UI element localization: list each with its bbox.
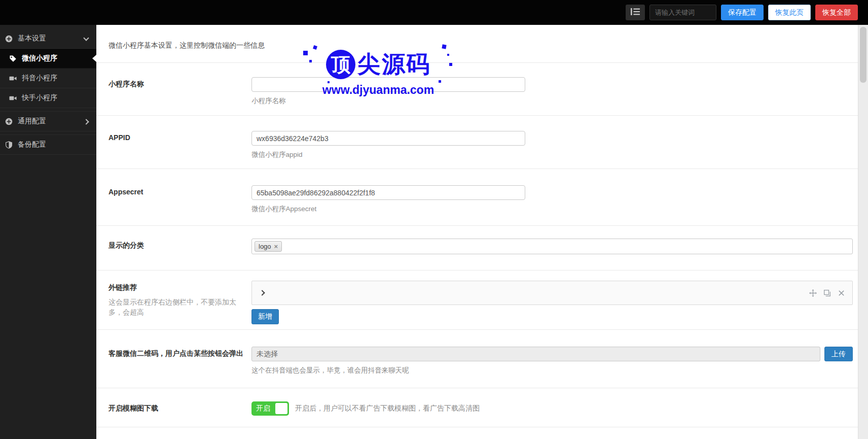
fold-menu-icon — [631, 8, 640, 17]
field-label: Appsecret — [108, 185, 251, 225]
close-icon[interactable] — [838, 289, 845, 297]
chevron-down-icon — [83, 35, 89, 41]
field-label: APPID — [108, 131, 251, 168]
form-row-blur-download: 开启模糊图下载 开启 开启后，用户可以不看广告下载模糊图，看广告下载高清图 — [96, 388, 868, 427]
field-label: 开启模糊图下载 — [108, 401, 251, 427]
field-help: 小程序名称 — [251, 96, 853, 106]
toggle-knob — [275, 403, 287, 414]
active-item-arrow — [92, 55, 96, 62]
add-link-button[interactable]: 新增 — [251, 309, 279, 324]
move-icon[interactable] — [809, 289, 817, 297]
sidebar-item-label: 基本设置 — [18, 34, 46, 43]
sidebar-item-label: 通用配置 — [18, 117, 46, 126]
field-label: 显示的分类 — [108, 239, 251, 270]
plus-circle-icon — [5, 35, 13, 43]
field-label: 外链推荐 — [108, 283, 251, 292]
scrollbar-thumb[interactable] — [860, 27, 866, 83]
field-help: 开启后，用户可以不看广告下载模糊图，看广告下载高清图 — [295, 404, 480, 413]
sidebar-item-kuaishou-miniapp[interactable]: 快手小程序 — [0, 88, 96, 108]
sidebar: 基本设置 微信小程序 抖音小程序 快手小程序 通用配置 备份配置 — [0, 25, 96, 439]
upload-button[interactable]: 上传 — [824, 347, 853, 361]
field-label: 客服微信二维码，用户点击某些按钮会弹出 — [108, 347, 251, 388]
tag-remove-icon[interactable]: × — [274, 243, 278, 250]
form-row-appsecret: Appsecret 微信小程序Appsecret — [96, 169, 868, 226]
search-input[interactable] — [649, 5, 716, 20]
field-help: 微信小程序appid — [251, 150, 853, 159]
sidebar-group-gap — [0, 131, 96, 135]
field-label: 小程序名称 — [108, 77, 251, 115]
blur-download-toggle[interactable]: 开启 — [251, 401, 289, 416]
appsecret-input[interactable] — [251, 185, 525, 200]
tag-chip: logo × — [255, 241, 282, 252]
form-row-external-links: 外链推荐 这会显示在程序右边侧栏中，不要添加太多，会超高 新增 — [96, 271, 868, 330]
sidebar-item-douyin-miniapp[interactable]: 抖音小程序 — [0, 69, 96, 88]
plus-circle-icon — [5, 117, 13, 126]
toggle-on-label: 开启 — [256, 404, 270, 413]
chevron-right-icon — [259, 290, 265, 295]
sidebar-item-general-config[interactable]: 通用配置 — [0, 112, 96, 131]
sidebar-item-basic-settings[interactable]: 基本设置 — [0, 29, 96, 49]
sidebar-group-gap — [0, 108, 96, 112]
categories-tag-input[interactable]: logo × — [251, 239, 853, 254]
field-description: 这会显示在程序右边侧栏中，不要添加太多，会超高 — [108, 297, 245, 318]
restore-page-button[interactable]: 恢复此页 — [768, 5, 811, 20]
settings-form: 微信小程序基本设置，这里控制微信端的一些信息 小程序名称 小程序名称 APPID… — [96, 25, 868, 439]
top-bar: 保存配置 恢复此页 恢复全部 — [0, 0, 868, 25]
sidebar-item-wechat-miniapp[interactable]: 微信小程序 — [0, 49, 96, 69]
collapse-menu-button[interactable] — [626, 5, 645, 20]
scrollbar-track[interactable] — [858, 25, 868, 439]
copy-icon[interactable] — [823, 289, 831, 297]
miniapp-name-input[interactable] — [251, 77, 525, 92]
appid-input[interactable] — [251, 131, 525, 146]
sidebar-item-label: 快手小程序 — [22, 93, 57, 103]
form-row-miniapp-name: 小程序名称 小程序名称 — [96, 63, 868, 116]
tag-icon — [9, 54, 17, 63]
chevron-right-icon — [83, 119, 89, 124]
form-row-categories: 显示的分类 logo × — [96, 226, 868, 271]
topbar-actions: 保存配置 恢复此页 恢复全部 — [626, 0, 858, 25]
form-row-service-qrcode: 客服微信二维码，用户点击某些按钮会弹出 上传 这个在抖音端也会显示，毕竟，谁会用… — [96, 330, 868, 388]
restore-all-button[interactable]: 恢复全部 — [815, 5, 858, 20]
video-icon — [9, 74, 17, 83]
external-link-item-panel[interactable] — [251, 281, 853, 305]
sidebar-item-label: 抖音小程序 — [22, 74, 57, 83]
sidebar-item-backup-config[interactable]: 备份配置 — [0, 135, 96, 155]
form-row-appid: APPID 微信小程序appid — [96, 116, 868, 169]
save-config-button[interactable]: 保存配置 — [721, 5, 764, 20]
shield-icon — [5, 141, 13, 149]
sidebar-item-label: 备份配置 — [18, 140, 46, 149]
field-help: 微信小程序Appsecret — [251, 205, 853, 214]
field-help: 这个在抖音端也会显示，毕竟，谁会用抖音来聊天呢 — [251, 366, 853, 375]
tag-label: logo — [259, 243, 271, 250]
qrcode-file-input[interactable] — [251, 347, 820, 361]
sidebar-item-label: 微信小程序 — [22, 54, 57, 63]
video-icon — [9, 94, 17, 103]
page-intro: 微信小程序基本设置，这里控制微信端的一些信息 — [96, 25, 868, 63]
